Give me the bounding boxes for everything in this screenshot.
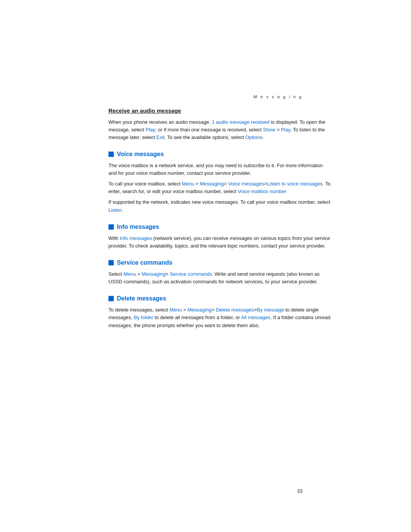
dm-text3: to delete all messages from a folder, or <box>153 315 241 320</box>
link-voice-mailbox-number[interactable]: Voice mailbox number <box>238 189 287 194</box>
voice-messages-body1: The voice mailbox is a network service, … <box>108 162 331 177</box>
voice-messages-heading: Voice messages <box>108 150 331 159</box>
sc-arrow1: > <box>136 271 142 277</box>
voice-messages-body3: If supported by the network, indicates n… <box>108 198 331 214</box>
link-menu-sc[interactable]: Menu <box>124 271 136 277</box>
sc-text1: Select <box>108 271 124 277</box>
sc-arrow2: > <box>166 271 170 277</box>
dm-arrow2: > <box>212 307 216 313</box>
link-messaging-dm[interactable]: Messaging <box>188 307 212 313</box>
link-by-message[interactable]: By message <box>257 307 284 313</box>
vm-text1: To call your voice mailbox, select <box>108 181 182 187</box>
info-text1: With <box>108 235 120 241</box>
link-listen-vm2[interactable]: Listen <box>108 207 122 213</box>
link-service-commands[interactable]: Service commands <box>170 271 212 277</box>
link-menu-vm[interactable]: Menu <box>182 181 194 187</box>
link-play-1[interactable]: Play <box>146 127 155 133</box>
section-receive-audio: Receive an audio message When your phone… <box>108 107 331 141</box>
info-messages-icon <box>108 224 114 230</box>
link-info-messages[interactable]: Info messages <box>120 235 152 241</box>
delete-messages-icon <box>108 296 114 301</box>
dm-arrow3: > <box>254 307 257 313</box>
link-audio-received[interactable]: 1 audio message received <box>212 119 270 125</box>
vm-text4: . <box>122 207 123 213</box>
link-delete-messages[interactable]: Delete messages <box>216 307 254 313</box>
info-messages-title: Info messages <box>117 222 159 232</box>
info-messages-body: With Info messages (network service), yo… <box>108 235 331 250</box>
service-commands-icon <box>108 260 114 265</box>
link-voicemessages[interactable]: Voice messages <box>228 181 264 187</box>
link-all-messages[interactable]: All messages <box>241 315 270 320</box>
service-commands-body: Select Menu > Messaging> Service command… <box>108 270 331 286</box>
vm-text3: If supported by the network, indicates n… <box>108 199 330 205</box>
service-commands-heading: Service commands <box>108 258 331 267</box>
dm-text1: To delete messages, select <box>108 307 169 313</box>
page-number: 33 <box>297 488 303 494</box>
section-delete-messages: Delete messages To delete messages, sele… <box>108 294 331 329</box>
receive-audio-text6: . <box>262 134 264 140</box>
delete-messages-body: To delete messages, select Menu > Messag… <box>108 306 331 329</box>
content-area: Receive an audio message When your phone… <box>108 107 331 332</box>
section-service-commands: Service commands Select Menu > Messaging… <box>108 258 331 286</box>
chapter-header: M e s s a g i n g <box>253 94 303 99</box>
receive-audio-body: When your phone receives an audio messag… <box>108 118 331 141</box>
link-listen-vm[interactable]: Listen to voice messages <box>267 181 323 187</box>
dm-arrow1: > <box>182 307 188 313</box>
voice-messages-title: Voice messages <box>117 150 164 159</box>
info-messages-heading: Info messages <box>108 222 331 232</box>
receive-audio-text5: . To see the available options, select <box>164 134 245 140</box>
section-info-messages: Info messages With Info messages (networ… <box>108 222 331 250</box>
link-show[interactable]: Show <box>263 127 276 133</box>
vm-arrow2: > <box>224 181 228 187</box>
section-voice-messages: Voice messages The voice mailbox is a ne… <box>108 150 331 214</box>
link-menu-dm[interactable]: Menu <box>169 307 182 313</box>
receive-audio-text1: When your phone receives an audio messag… <box>108 119 212 125</box>
voice-messages-body2: To call your voice mailbox, select Menu … <box>108 180 331 195</box>
link-exit[interactable]: Exit <box>156 134 165 140</box>
link-messaging-sc[interactable]: Messaging <box>142 271 166 277</box>
section-title-receive-audio: Receive an audio message <box>108 107 331 115</box>
receive-audio-text3: ; or if more than one message is receive… <box>155 127 263 133</box>
service-commands-title: Service commands <box>117 258 172 267</box>
link-by-folder[interactable]: By folder <box>134 315 153 320</box>
vm-arrow1: > <box>194 181 200 187</box>
link-options[interactable]: Options <box>245 134 263 140</box>
delete-messages-title: Delete messages <box>117 294 166 303</box>
receive-audio-arrow1: > <box>276 127 281 133</box>
delete-messages-heading: Delete messages <box>108 294 331 303</box>
voice-messages-icon <box>108 152 114 157</box>
page: M e s s a g i n g Receive an audio messa… <box>0 0 411 532</box>
vm-arrow3: > <box>264 181 267 187</box>
link-play-2[interactable]: Play <box>281 127 290 133</box>
link-messaging-vm[interactable]: Messaging <box>200 181 224 187</box>
